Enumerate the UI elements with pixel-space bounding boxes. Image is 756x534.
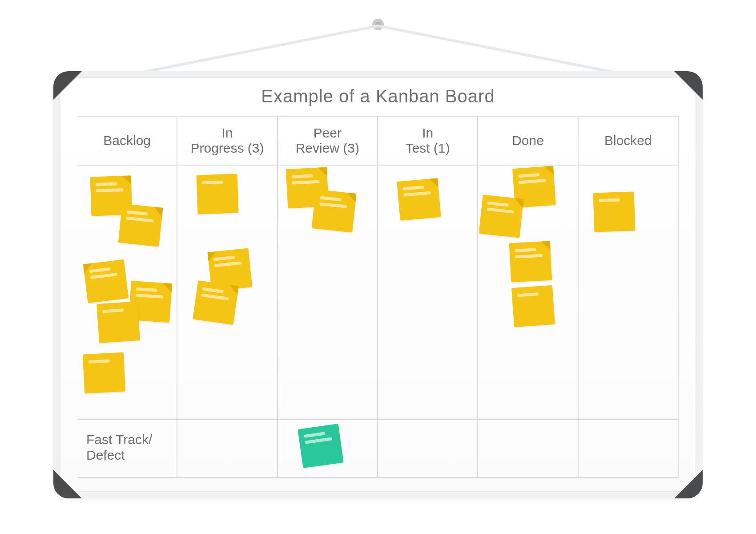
sticky-fold-icon: [514, 198, 524, 208]
column-body-peer_review: [278, 166, 377, 419]
sticky-backlog-4[interactable]: [97, 301, 140, 343]
column-header-peer_review: Peer Review (3): [278, 116, 377, 166]
fast-track-cell-done: [478, 420, 577, 477]
sticky-peer_review-1[interactable]: [311, 189, 356, 232]
sticky-done-2[interactable]: [509, 241, 552, 283]
sticky-fold-icon: [163, 283, 172, 292]
fast-track-cell-in_progress: [177, 420, 277, 477]
column-backlog: BacklogFast Track/ Defect: [77, 116, 177, 478]
column-body-backlog: [77, 166, 177, 419]
fast-track-cell-peer_review: [278, 420, 377, 477]
stage: Example of a Kanban Board BacklogFast Tr…: [0, 0, 756, 534]
column-body-blocked: [579, 166, 678, 419]
sticky-fold-icon: [346, 193, 356, 202]
sticky-fold-icon: [208, 251, 217, 261]
column-header-in_test: In Test (1): [378, 116, 477, 166]
sticky-in_test-0[interactable]: [397, 178, 441, 221]
fast-track-cell-blocked: [579, 420, 678, 477]
swimlane-label: Fast Track/ Defect: [86, 432, 152, 463]
sticky-done-1[interactable]: [479, 194, 524, 238]
sticky-fold-icon: [318, 167, 327, 177]
column-header-backlog: Backlog: [77, 116, 177, 166]
sticky-fold-icon: [429, 178, 438, 188]
sticky-fold-icon: [544, 166, 554, 175]
column-body-done: [478, 166, 577, 419]
kanban-grid: BacklogFast Track/ DefectIn Progress (3)…: [77, 116, 679, 478]
sticky-fold-icon: [541, 241, 551, 251]
sticky-fold-icon: [229, 285, 239, 295]
column-done: Done: [478, 116, 578, 478]
board-title: Example of a Kanban Board: [60, 86, 696, 106]
sticky-done-3[interactable]: [511, 285, 555, 327]
nail-icon: [372, 19, 384, 30]
column-in_test: In Test (1): [378, 116, 478, 478]
column-body-in_test: [378, 166, 477, 419]
sticky-fold-icon: [83, 263, 93, 273]
column-header-in_progress: In Progress (3): [177, 116, 277, 166]
sticky-backlog-5[interactable]: [83, 352, 125, 394]
sticky-in_progress-0[interactable]: [197, 174, 239, 214]
fast-track-cell-in_test: [378, 420, 477, 477]
column-header-done: Done: [478, 116, 577, 166]
whiteboard: Example of a Kanban Board BacklogFast Tr…: [53, 71, 703, 498]
sticky-backlog-1[interactable]: [118, 203, 163, 247]
column-body-in_progress: [177, 166, 277, 419]
fast-track-sticky-peer_review-0[interactable]: [298, 424, 343, 468]
sticky-in_progress-2[interactable]: [193, 280, 239, 325]
column-peer_review: Peer Review (3): [278, 116, 378, 478]
column-blocked: Blocked: [579, 116, 679, 478]
sticky-fold-icon: [153, 207, 163, 217]
sticky-blocked-0[interactable]: [593, 191, 635, 232]
column-in_progress: In Progress (3): [177, 116, 277, 478]
column-header-blocked: Blocked: [579, 116, 678, 166]
sticky-backlog-2[interactable]: [83, 259, 129, 303]
sticky-fold-icon: [122, 175, 131, 185]
